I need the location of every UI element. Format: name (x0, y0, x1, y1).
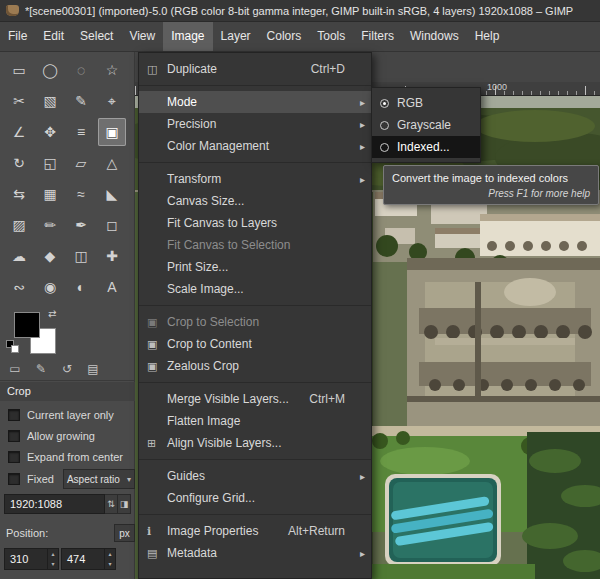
tool-scale-icon[interactable]: ◱ (36, 149, 64, 177)
tool-smudge-icon[interactable]: ∾ (5, 273, 33, 301)
menubar-item-layer[interactable]: Layer (213, 22, 259, 51)
spin-down-icon[interactable]: ▾ (48, 559, 58, 569)
tool-measure-icon[interactable]: ∠ (5, 118, 33, 146)
menu-item-fit-canvas-to-layers[interactable]: Fit Canvas to Layers (139, 212, 371, 234)
tool-rotate-icon[interactable]: ↻ (5, 149, 33, 177)
menu-item-duplicate[interactable]: ◫DuplicateCtrl+D (139, 58, 371, 80)
submenu-arrow-icon: ▸ (355, 141, 365, 152)
menubar-item-image[interactable]: Image (163, 22, 212, 51)
swap-aspect-icon[interactable]: ⇅ (105, 494, 118, 514)
position-y-value[interactable]: 474 (62, 549, 104, 569)
position-x-value[interactable]: 310 (5, 549, 47, 569)
menu-item-precision[interactable]: Precision▸ (139, 113, 371, 135)
tool-pencil-icon[interactable]: ✏ (36, 211, 64, 239)
tool-text-icon[interactable]: A (98, 273, 126, 301)
menu-item-crop-to-content[interactable]: ▣Crop to Content (139, 333, 371, 355)
menu-item-merge-visible-layers[interactable]: Merge Visible Layers...Ctrl+M (139, 388, 371, 410)
panel-divider (0, 380, 135, 381)
menu-item-color-management[interactable]: Color Management▸ (139, 135, 371, 157)
menu-item-align-visible-layers[interactable]: ⊞Align Visible Layers... (139, 432, 371, 454)
spinner-arrows[interactable]: ▴▾ (47, 549, 58, 569)
menubar-item-file[interactable]: File (0, 22, 35, 51)
menu-item-transform[interactable]: Transform▸ (139, 168, 371, 190)
tool-color-picker-icon[interactable]: ⌖ (98, 87, 126, 115)
menubar-item-tools[interactable]: Tools (309, 22, 353, 51)
menu-item-guides[interactable]: Guides▸ (139, 465, 371, 487)
tool-gradient-icon[interactable]: ▨ (5, 211, 33, 239)
menubar-item-filters[interactable]: Filters (353, 22, 402, 51)
tool-heal-icon[interactable]: ✚ (98, 242, 126, 270)
tool-ellipse-select-icon[interactable]: ◯ (36, 56, 64, 84)
tool-scissors-select-icon[interactable]: ✂ (5, 87, 33, 115)
tool-crop-icon[interactable]: ▣ (98, 118, 126, 146)
tool-bucket-fill-icon[interactable]: ◣ (98, 180, 126, 208)
fixed-checkbox[interactable] (8, 473, 20, 485)
menu-item-flatten-image[interactable]: Flatten Image (139, 410, 371, 432)
checkbox-expand-from-center[interactable] (8, 451, 20, 463)
menu-item-configure-grid[interactable]: Configure Grid... (139, 487, 371, 509)
menu-item-canvas-size[interactable]: Canvas Size... (139, 190, 371, 212)
aspect-ratio-input[interactable]: 1920:1088 (4, 494, 105, 514)
default-colors-icon[interactable] (6, 340, 22, 356)
device-status-tab-icon[interactable]: ✎ (32, 360, 50, 378)
option-row-allow-growing: Allow growing (0, 425, 135, 446)
menu-item-label: Fit Canvas to Layers (167, 216, 345, 230)
fixed-mode-dropdown[interactable]: Aspect ratio ▾ (63, 469, 135, 489)
tool-eraser-icon[interactable]: ◻ (98, 211, 126, 239)
menu-item-scale-image[interactable]: Scale Image... (139, 278, 371, 300)
position-y-field[interactable]: 474 ▴▾ (61, 548, 116, 570)
menubar-item-select[interactable]: Select (72, 22, 121, 51)
tool-fuzzy-select-icon[interactable]: ☆ (98, 56, 126, 84)
tool-clone-icon[interactable]: ◫ (67, 242, 95, 270)
submenu-item-grayscale[interactable]: Grayscale (372, 114, 480, 136)
undo-history-tab-icon[interactable]: ↺ (58, 360, 76, 378)
tool-warp-transform-icon[interactable]: ≈ (67, 180, 95, 208)
position-x-field[interactable]: 310 ▴▾ (4, 548, 59, 570)
tool-cage-transform-icon[interactable]: ▦ (36, 180, 64, 208)
menu-item-label: Guides (167, 469, 345, 483)
unit-dropdown[interactable]: px (114, 524, 135, 542)
menu-item-zealous-crop[interactable]: ▣Zealous Crop (139, 355, 371, 377)
spin-up-icon[interactable]: ▴ (48, 549, 58, 559)
tool-airbrush-icon[interactable]: ☁ (5, 242, 33, 270)
tool-rectangle-select-icon[interactable]: ▭ (5, 56, 33, 84)
menu-item-image-properties[interactable]: ℹImage PropertiesAlt+Return (139, 520, 371, 542)
color-swatches: ⇄ (6, 308, 128, 358)
tool-free-select-icon[interactable]: ◌ (67, 56, 95, 84)
spin-up-icon[interactable]: ▴ (105, 549, 115, 559)
orientation-icon[interactable]: ◨ (118, 494, 131, 514)
tool-paintbrush-icon[interactable]: ✒ (67, 211, 95, 239)
checkbox-current-layer-only[interactable] (8, 409, 20, 421)
menubar-item-view[interactable]: View (121, 22, 163, 51)
menubar-item-colors[interactable]: Colors (259, 22, 310, 51)
tool-align-icon[interactable]: ≡ (67, 118, 95, 146)
menu-bar: FileEditSelectViewImageLayerColorsToolsF… (0, 22, 600, 52)
submenu-item-rgb[interactable]: RGB (372, 92, 480, 114)
submenu-item-indexed[interactable]: Indexed... (372, 136, 480, 158)
checkbox-allow-growing[interactable] (8, 430, 20, 442)
tool-dodge-burn-icon[interactable]: ◐ (67, 273, 95, 301)
checkbox-label: Allow growing (27, 430, 95, 442)
tool-blur-sharpen-icon[interactable]: ◉ (36, 273, 64, 301)
menubar-item-windows[interactable]: Windows (402, 22, 467, 51)
foreground-color-swatch[interactable] (14, 312, 40, 338)
menubar-item-edit[interactable]: Edit (35, 22, 72, 51)
tool-flip-icon[interactable]: ⇆ (5, 180, 33, 208)
tool-paths-icon[interactable]: ✎ (67, 87, 95, 115)
tool-options-tab-icon[interactable]: ▭ (6, 360, 24, 378)
swap-colors-icon[interactable]: ⇄ (48, 308, 56, 319)
spinner-arrows[interactable]: ▴▾ (104, 549, 115, 569)
menu-item-print-size[interactable]: Print Size... (139, 256, 371, 278)
crop-icon: ▣ (147, 338, 167, 351)
spin-down-icon[interactable]: ▾ (105, 559, 115, 569)
tool-shear-icon[interactable]: ▱ (67, 149, 95, 177)
menubar-item-help[interactable]: Help (467, 22, 508, 51)
menu-item-mode[interactable]: Mode▸ (139, 91, 371, 113)
tool-perspective-icon[interactable]: △ (98, 149, 126, 177)
info-icon: ℹ (147, 525, 167, 538)
tool-move-icon[interactable]: ✥ (36, 118, 64, 146)
tool-select-by-color-icon[interactable]: ▧ (36, 87, 64, 115)
images-tab-icon[interactable]: ▤ (84, 360, 102, 378)
menu-item-metadata[interactable]: ▤Metadata▸ (139, 542, 371, 564)
tool-ink-icon[interactable]: ◆ (36, 242, 64, 270)
